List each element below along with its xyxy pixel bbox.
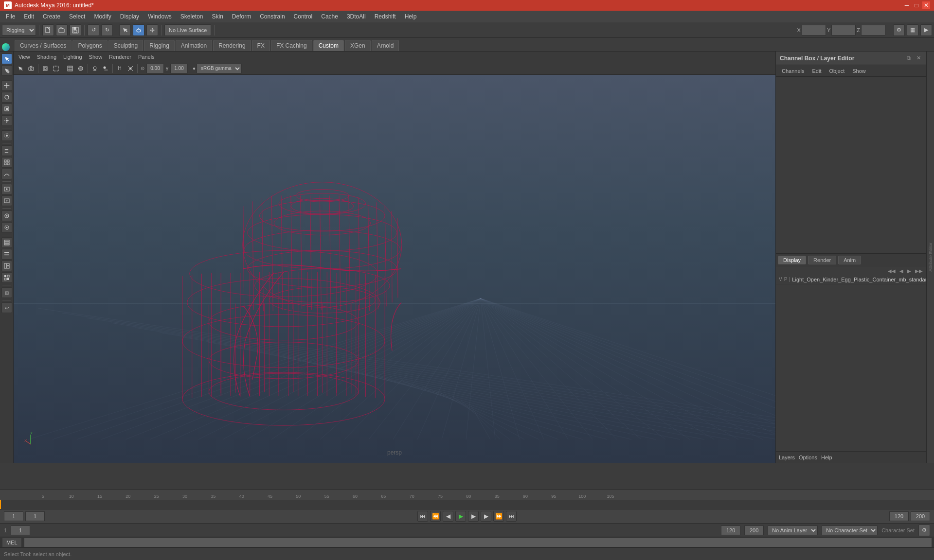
select-mode-button[interactable]: [1, 53, 12, 64]
menu-item-select[interactable]: Select: [65, 12, 89, 21]
menu-item-windows[interactable]: Windows: [144, 12, 176, 21]
options-button[interactable]: ⊞: [1, 287, 12, 298]
layer-btn-4[interactable]: [1, 272, 12, 283]
vp-gamma-field[interactable]: [170, 64, 188, 73]
last-tool-button[interactable]: ↩: [1, 302, 12, 313]
show-all-button[interactable]: [1, 210, 12, 221]
prev-frame-button[interactable]: ◀: [443, 511, 453, 522]
layer-display-tab-anim[interactable]: Anim: [838, 256, 861, 264]
tab-custom[interactable]: Custom: [313, 40, 344, 51]
no-live-surface-button[interactable]: No Live Surface: [164, 24, 211, 36]
current-frame-field[interactable]: [25, 511, 45, 521]
next-frame-button[interactable]: ▶: [481, 511, 491, 522]
tab-sculpting[interactable]: Sculpting: [108, 40, 143, 51]
redo-button[interactable]: ↻: [101, 24, 113, 36]
vp-camera-btn[interactable]: [26, 64, 36, 73]
universal-manip-button[interactable]: [1, 115, 12, 126]
tab-xgen[interactable]: XGen: [345, 40, 371, 51]
command-input[interactable]: [24, 538, 932, 547]
vp-hud-btn[interactable]: H: [115, 64, 125, 73]
vp-light-btn[interactable]: [90, 64, 100, 73]
vp-menu-lighting[interactable]: Lighting: [60, 53, 85, 61]
menu-item-control[interactable]: Control: [290, 12, 317, 21]
x-field[interactable]: [802, 25, 826, 35]
tab-rigging[interactable]: Rigging: [144, 40, 175, 51]
tab-fx[interactable]: FX: [252, 40, 270, 51]
frame-start-field[interactable]: [4, 511, 23, 521]
vp-menu-show[interactable]: Show: [86, 53, 106, 61]
save-file-button[interactable]: [70, 24, 81, 36]
vp-exposure-field[interactable]: [146, 64, 164, 73]
scale-button[interactable]: [1, 104, 12, 114]
goto-end-button[interactable]: ⏭: [506, 511, 517, 522]
vp-wireframe-btn[interactable]: [65, 64, 75, 73]
menu-item-skin[interactable]: Skin: [208, 12, 227, 21]
prev-key-button[interactable]: ⏪: [430, 511, 441, 522]
open-file-button[interactable]: [56, 24, 68, 36]
menu-item-edit[interactable]: Edit: [20, 12, 38, 21]
move-button[interactable]: [1, 80, 12, 91]
lasso-select-button[interactable]: [133, 24, 144, 36]
select-tool-button[interactable]: [119, 24, 131, 36]
rotate-button[interactable]: [1, 92, 12, 103]
y-field[interactable]: [831, 25, 856, 35]
playback-end-field[interactable]: [911, 511, 930, 521]
undo-button[interactable]: ↺: [88, 24, 99, 36]
ch-tab-show[interactable]: Show: [848, 67, 870, 75]
vp-smooth-btn[interactable]: [76, 64, 86, 73]
snap-curve-button[interactable]: [1, 169, 12, 179]
tab-arnold[interactable]: Arnold: [372, 40, 399, 51]
vp-select-btn[interactable]: [16, 64, 25, 73]
layer-playback[interactable]: P: [784, 277, 788, 282]
layer-btn-1[interactable]: [1, 237, 12, 248]
anim-layer-select[interactable]: No Anim Layer: [768, 525, 818, 535]
tab-polygons[interactable]: Polygons: [72, 40, 107, 51]
right-attribute-bar[interactable]: Attribute Editor: [926, 52, 934, 463]
show-manip-button[interactable]: ☰: [1, 145, 12, 156]
layer-display-tab-display[interactable]: Display: [778, 256, 806, 264]
isolate-select-button[interactable]: [1, 222, 12, 233]
menu-item-display[interactable]: Display: [116, 12, 143, 21]
play-forward-button[interactable]: ▶: [455, 511, 466, 522]
scroll-last-button[interactable]: ▶▶: [914, 268, 924, 274]
scroll-next-button[interactable]: ▶: [906, 268, 913, 274]
ipr-render-button[interactable]: [1, 195, 12, 206]
vp-grid-btn[interactable]: [126, 64, 135, 73]
render-settings-button[interactable]: ▶: [920, 24, 932, 36]
menu-item-cache[interactable]: Cache: [317, 12, 342, 21]
new-file-button[interactable]: [42, 24, 54, 36]
vp-color-space-select[interactable]: sRGB gamma: [197, 64, 242, 73]
vp-menu-view[interactable]: View: [16, 53, 33, 61]
layer-btn-3[interactable]: [1, 261, 12, 271]
scroll-first-button[interactable]: ◀◀: [886, 268, 897, 274]
menu-item-create[interactable]: Create: [39, 12, 64, 21]
char-set-settings-button[interactable]: ⚙: [918, 525, 930, 536]
scroll-prev-button[interactable]: ◀: [898, 268, 905, 274]
layer-visibility[interactable]: V: [779, 277, 782, 282]
menu-item-file[interactable]: File: [2, 12, 19, 21]
menu-item-skeleton[interactable]: Skeleton: [177, 12, 207, 21]
vp-menu-shading[interactable]: Shading: [34, 53, 59, 61]
menu-item-constrain[interactable]: Constrain: [256, 12, 288, 21]
tab-animation[interactable]: Animation: [176, 40, 212, 51]
tab-rendering[interactable]: Rendering: [213, 40, 251, 51]
render-frame-button[interactable]: [1, 184, 12, 194]
frame-end-field[interactable]: [889, 511, 909, 521]
menu-item-help[interactable]: Help: [401, 12, 421, 21]
menu-item-modify[interactable]: Modify: [90, 12, 115, 21]
close-button[interactable]: ✕: [922, 1, 930, 9]
tab-curvessurfaces[interactable]: Curves / Surfaces: [15, 40, 72, 51]
timeline-bar[interactable]: [0, 500, 934, 509]
z-field[interactable]: [861, 25, 885, 35]
goto-start-button[interactable]: ⏮: [417, 511, 428, 522]
ch-tab-object[interactable]: Object: [825, 67, 848, 75]
next-key-button[interactable]: ⏩: [493, 511, 504, 522]
layer-opt-layers[interactable]: Layers: [779, 455, 795, 460]
ch-tab-edit[interactable]: Edit: [808, 67, 825, 75]
layer-item[interactable]: V P Light_Open_Kinder_Egg_Plastic_Contai…: [776, 275, 926, 284]
move-tool-button[interactable]: [146, 24, 158, 36]
ch-tab-channels[interactable]: Channels: [778, 67, 808, 75]
mode-select[interactable]: Rigging: [2, 25, 36, 35]
vp-frame-select-btn[interactable]: [51, 64, 61, 73]
layer-opt-options[interactable]: Options: [799, 455, 817, 460]
